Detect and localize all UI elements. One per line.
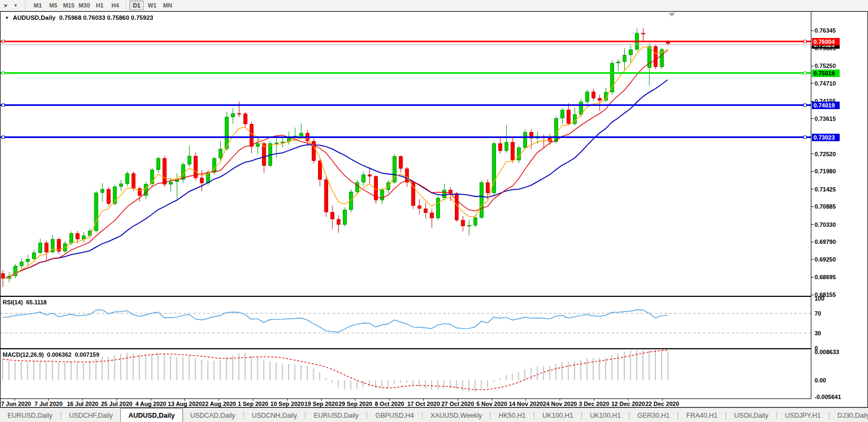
chart-title: ▼ AUDUSD,Daily 0.75968 0.76033 0.75860 0… [5,14,153,21]
price-tick [811,171,813,172]
date-label: 7 Jul 2020 [34,401,63,407]
toolbar-dropdown-button[interactable]: ▼ [11,1,20,11]
price-tick-label: 0.68695 [815,274,836,280]
date-label: 14 Nov 2020 [509,401,543,407]
timeframe-button-w1[interactable]: W1 [145,1,159,10]
macd-main-value: 0.006362 [47,351,72,358]
timeframe-button-m30[interactable]: M30 [77,1,91,10]
macd-indicator-label: MACD(12,26,9) 0.006362 0.007159 [3,351,99,358]
date-label: 22 Aug 2020 [202,401,236,407]
price-tick [811,224,813,225]
price-tick-label: 0.69250 [815,256,836,263]
top-toolbar: ➤ ▼ M1M5M15M30H1H4D1W1MN [0,0,868,11]
price-level-tag: 0.76004 [812,38,840,45]
price-tick-label: 0.70885 [815,203,836,210]
chart-shift-marker-icon[interactable] [669,13,675,17]
date-label: 27 Jun 2020 [0,401,31,407]
date-label: 5 Nov 2020 [476,401,507,407]
date-label: 22 Dec 2020 [646,401,679,407]
price-axis-divider [811,12,811,398]
price-level-tag: 0.74019 [812,102,840,109]
price-tick [811,189,813,189]
tab-uk100-h1[interactable]: UK100,H1 [583,409,629,422]
date-label: 8 Oct 2020 [375,401,404,407]
timeframe-button-group: M1M5M15M30H1H4D1W1MN [30,1,175,10]
date-label: 19 Sep 2020 [305,401,338,407]
timeframe-button-h4[interactable]: H4 [108,1,122,10]
price-tick [811,259,813,260]
date-label: 29 Sep 2020 [338,401,372,407]
rsi-indicator-label: RSI(14) 65.1118 [3,299,46,305]
chart-symbol-period: AUDUSD,Daily [13,14,56,21]
toolbar-separator [126,1,126,10]
price-tick-label: 0.73615 [815,116,836,122]
price-tick [811,83,813,83]
date-label: 1 Sep 2020 [238,401,268,407]
timeframe-button-h1[interactable]: H1 [92,1,107,10]
cursor-icon: ➤ [2,2,9,10]
price-tick [811,206,813,207]
panel-separator[interactable] [1,348,811,349]
date-label: 10 Sep 2020 [270,401,304,407]
timeframe-button-m5[interactable]: M5 [46,1,60,10]
timeframe-button-d1[interactable]: D1 [129,1,144,10]
toolbar-grip [24,2,27,9]
price-tick-label: 0.74710 [815,80,836,87]
chart-tab-bar: EURUSD,Daily|USDCHF,DailyAUDUSD,DailyUSD… [0,408,868,422]
tab-gbpusd-h4[interactable]: GBPUSD,H4 [368,409,421,422]
price-tick-label: 0.76345 [815,27,836,34]
chart-ohlc-values: 0.75968 0.76033 0.75860 0.75923 [59,14,153,21]
tab-dj30-daily[interactable]: DJ30,Daily [830,409,868,422]
tab-xauusd-weekly[interactable]: XAUUSD,Weekly [423,409,490,422]
date-label: 24 Nov 2020 [543,401,577,407]
main-chart-canvas[interactable] [1,12,811,296]
date-label: 27 Oct 2020 [441,401,474,407]
cursor-tool-button[interactable]: ➤ [1,1,10,11]
date-label: 16 Jul 2020 [67,401,98,407]
date-label: 13 Aug 2020 [168,401,202,407]
rsi-axis-label: 30 [815,330,821,336]
tab-usoil-daily[interactable]: USOil,Daily [727,409,776,422]
tab-fra40-h1[interactable]: FRA40,H1 [679,409,725,422]
tab-ger30-h1[interactable]: GER30,H1 [630,409,677,422]
price-tick [811,295,813,295]
macd-panel-canvas[interactable] [1,350,811,398]
rsi-axis-label: 100 [815,295,824,302]
dropdown-caret-icon: ▼ [13,3,18,8]
rsi-name: RSI(14) [3,299,23,305]
tab-usdjpy-h1[interactable]: USDJPY,H1 [778,409,828,422]
price-tick [811,66,813,66]
timeframe-button-m1[interactable]: M1 [30,1,45,10]
tab-usdcad-daily[interactable]: USDCAD,Daily [183,409,243,422]
price-tick [811,30,813,31]
tab-usdchf-daily[interactable]: USDCHF,Daily [61,409,120,422]
rsi-panel-canvas[interactable] [1,297,811,348]
price-tick [811,154,813,154]
tab-uk100-h1[interactable]: UK100,H1 [535,409,581,422]
timeframe-button-m15[interactable]: M15 [61,1,76,10]
date-label: 12 Dec 2020 [611,401,645,407]
date-label: 25 Jul 2020 [101,401,133,407]
tab-eurusd-daily[interactable]: EURUSD,Daily [306,409,366,422]
timeframe-button-mn[interactable]: MN [160,1,175,10]
rsi-value: 65.1118 [26,299,47,305]
price-tick-label: 0.69790 [815,239,836,245]
macd-axis-label: -0.005641 [815,394,841,400]
tab-eurusd-daily[interactable]: EURUSD,Daily [0,409,60,422]
tab-usdcnh-daily[interactable]: USDCNH,Daily [244,409,305,422]
date-label: 4 Aug 2020 [135,401,166,407]
price-tick-label: 0.71980 [815,168,836,174]
rsi-axis-label: 70 [815,310,821,317]
tab-hk50-h1[interactable]: HK50,H1 [491,409,533,422]
price-level-tag: 0.75019 [812,70,840,77]
price-tick-label: 0.71425 [815,186,836,193]
price-tick-label: 0.72520 [815,151,836,157]
price-tick-label: 0.70330 [815,221,836,228]
macd-signal-value: 0.007159 [75,351,99,358]
tab-audusd-daily[interactable]: AUDUSD,Daily [120,408,183,422]
price-tick [811,242,813,242]
price-tick [811,277,813,278]
panel-separator[interactable] [1,296,811,297]
collapse-indicator-icon[interactable]: ▼ [5,16,9,20]
price-level-tag: 0.73023 [812,134,840,141]
